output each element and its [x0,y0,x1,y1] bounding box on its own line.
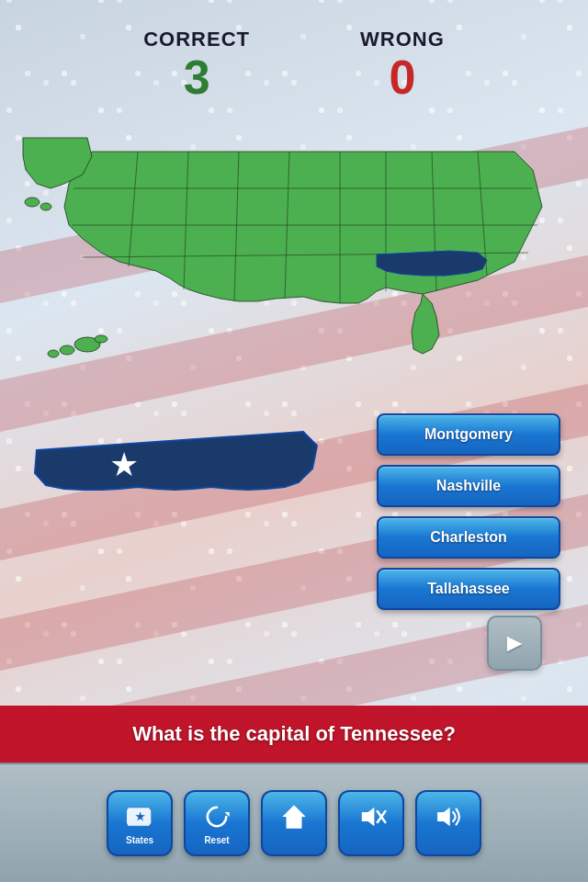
sound-icon [433,801,464,832]
mute-icon [356,801,387,832]
state-silhouette: ★ [28,423,331,570]
bottom-toolbar: ★ States Reset Home Mute [0,763,588,882]
reset-button[interactable]: Reset [184,790,250,856]
mute-button[interactable]: Mute [338,790,404,856]
states-button[interactable]: ★ States [107,790,173,856]
reset-label: Reset [204,835,229,845]
correct-value: 3 [143,51,250,104]
sound-button[interactable]: Sound [415,790,481,856]
states-icon: ★ [124,801,155,832]
next-button[interactable]: ► [487,616,542,671]
correct-score: CORRECT 3 [143,28,250,104]
reset-icon [201,801,232,832]
home-button[interactable]: Home [261,790,327,856]
svg-point-14 [60,345,74,355]
states-label: States [126,835,153,845]
question-banner: What is the capital of Tennessee? [0,706,588,763]
next-arrow-icon: ► [502,628,527,658]
svg-point-15 [48,350,59,357]
answer-nashville[interactable]: Nashville [377,465,560,507]
svg-marker-24 [437,808,450,826]
wrong-value: 0 [360,51,445,104]
wrong-label: WRONG [360,28,445,51]
svg-text:★: ★ [135,810,145,823]
question-text: What is the capital of Tennessee? [18,722,570,746]
us-map [18,119,570,386]
answer-charleston[interactable]: Charleston [377,516,560,559]
svg-marker-20 [282,805,306,829]
home-icon [278,801,310,832]
answer-buttons: Montgomery Nashville Charleston Tallahas… [377,413,560,610]
svg-point-12 [40,203,51,210]
score-area: CORRECT 3 WRONG 0 [0,28,588,104]
correct-label: CORRECT [143,28,250,51]
svg-point-16 [95,335,107,343]
wrong-score: WRONG 0 [360,28,445,104]
answer-tallahassee[interactable]: Tallahassee [377,568,560,610]
answer-montgomery[interactable]: Montgomery [377,413,560,456]
svg-point-11 [25,198,40,207]
svg-text:★: ★ [109,446,139,483]
svg-marker-21 [362,808,375,826]
